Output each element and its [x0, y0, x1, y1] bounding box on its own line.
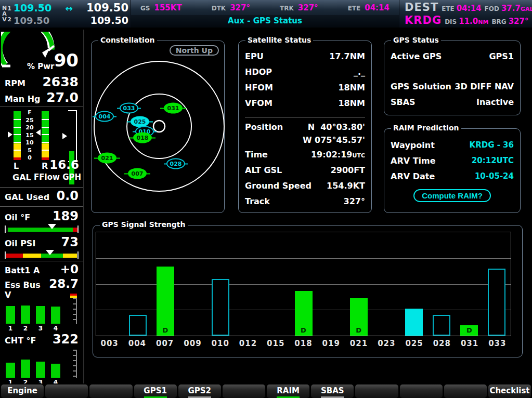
cylinder-bar-area — [21, 348, 30, 378]
signal-bar-010 — [212, 279, 229, 336]
gps-status-title: GPS Status — [391, 36, 441, 44]
status-row-value: 154.9KT — [327, 181, 365, 191]
cylinder-number: 4 — [54, 325, 58, 332]
softkey-gps2[interactable]: GPS2 — [178, 384, 221, 398]
status-row-value: 17.7NM — [329, 51, 365, 61]
gps-status-rows: Active GPSGPS1GPS Solution3D DIFF NAVSBA… — [384, 41, 520, 110]
manifold-pressure-readout: Man Hg 27.0 — [0, 90, 83, 105]
softkey-gps1[interactable]: GPS1 — [134, 384, 177, 398]
raim-prediction-box: RAIM Prediction WaypointKRDG - 36ARV Tim… — [384, 128, 521, 213]
softkey-blank[interactable] — [355, 384, 398, 398]
status-row-value: 18NM — [338, 83, 365, 92]
fuel-flow-label: FFlow GPH — [34, 173, 81, 182]
fuel-flow-pointer — [62, 133, 67, 139]
nav1-standby-frequency[interactable]: 109.50 — [14, 2, 51, 14]
cylinder-bar-area — [51, 348, 60, 378]
satellite-004: 004 — [95, 111, 114, 122]
cylinder-bar-area — [36, 348, 45, 378]
cylinder-4: 4 — [51, 348, 60, 386]
fuel-scale-tick: 10 — [23, 139, 36, 146]
softkey-blank[interactable] — [45, 384, 88, 398]
softkey-raim[interactable]: RAIM — [267, 384, 309, 398]
oil-temp-label: Oil °F — [5, 213, 30, 222]
flight-field-value: 04:14 — [365, 3, 390, 12]
gridline — [96, 258, 511, 259]
oil-psi-value: 73 — [61, 235, 79, 249]
fuel-unit-label: GAL — [12, 173, 31, 182]
oil-temp-value: 189 — [53, 209, 79, 223]
fuel-flow-value: 16.6 — [49, 158, 79, 171]
nav-numbers: 1 2 — [7, 5, 11, 23]
softkey-checklist[interactable]: Checklist — [488, 384, 531, 398]
satellite-021: 021 — [98, 153, 116, 164]
softkey-sbas[interactable]: SBAS — [311, 384, 354, 398]
flight-field-gs: GS155KT — [140, 3, 182, 12]
flight-field-label: ETE — [348, 5, 361, 12]
compute-raim-button[interactable]: Compute RAIM? — [413, 189, 491, 202]
signal-strength-title: GPS Signal Strength — [100, 220, 188, 229]
constellation-box: Constellation North Up 03303100402501001… — [91, 41, 225, 213]
cylinder-bar — [36, 306, 45, 324]
signal-label-010: 010 — [206, 339, 234, 348]
status-row-value: 2900FT — [331, 165, 365, 175]
eis-divider — [0, 261, 83, 261]
fuel-right-label: R — [42, 161, 48, 171]
status-row-label: Active GPS — [391, 51, 442, 61]
oil-temp-pointer — [48, 224, 56, 229]
nav-label: N A V — [2, 5, 7, 22]
status-row-label: GPS Solution — [391, 82, 451, 91]
status-row-epu: EPU17.7NM — [239, 48, 371, 64]
cylinder-number: 2 — [23, 325, 28, 332]
status-row-value: 3D DIFF NAV — [455, 82, 514, 91]
status-row-hdop: HDOP_._ — [239, 64, 371, 79]
cylinder-bar — [36, 362, 45, 378]
position-value: N 40°03.80'W 075°45.57' — [303, 121, 365, 147]
signal-label-033: 033 — [484, 339, 511, 348]
softkey-blank[interactable] — [223, 384, 265, 398]
gal-used-readout: GAL Used 0.0 — [0, 189, 83, 205]
status-row-label: Ground Speed — [245, 181, 312, 191]
fuel-scale-tick: F — [23, 109, 36, 116]
softkey-blank[interactable] — [89, 384, 132, 398]
status-row-time: Time19:02:19UTC — [239, 147, 371, 162]
fuel-scale-tick: 5 — [23, 147, 36, 154]
status-row-gps-solution: GPS Solution3D DIFF NAV — [384, 78, 520, 94]
softkey-engine[interactable]: Engine — [1, 384, 44, 398]
flight-field-value: 155KT — [154, 3, 182, 12]
signal-bar-007: D — [157, 267, 174, 336]
diff-indicator: D — [295, 326, 313, 334]
softkey-blank[interactable] — [444, 384, 487, 398]
signal-label-031: 031 — [456, 339, 483, 348]
bus-value: 28.7 — [49, 277, 79, 290]
rpm-label: RPM — [5, 78, 25, 88]
nav-data-fields: GS155KTDTK327°TRK327°ETE04:14 — [131, 0, 399, 15]
cylinder-2: 2 — [21, 294, 30, 332]
constellation-plot: North Up 033031004025010018021028007 — [92, 41, 224, 213]
satellite-033: 033 — [120, 103, 138, 114]
softkey-blank[interactable] — [400, 384, 443, 398]
pwr-value: 90 — [54, 51, 79, 69]
gal-used-value: 0.0 — [56, 189, 79, 203]
satellite-status-title: Satellite Status — [245, 36, 313, 44]
satellite-025: 025 — [131, 116, 149, 127]
satellite-status-rows-bottom: Time19:02:19UTCALT GSL2900FTGround Speed… — [239, 147, 371, 209]
status-row-value: GPS1 — [489, 51, 514, 61]
diff-indicator: D — [460, 326, 478, 334]
position-label: Position — [245, 121, 283, 147]
dest-ident: KRDG — [405, 14, 442, 26]
nav-letter-v: V — [2, 17, 7, 22]
satellite-018: 018 — [133, 132, 152, 143]
fuel-scale-tick: 0 — [23, 154, 36, 161]
battery-amps-readout: Batt1 A +0 — [0, 262, 83, 277]
constellation-rings-icon — [92, 41, 225, 214]
signal-label-025: 025 — [400, 339, 428, 348]
cylinder-2: 2 — [21, 348, 30, 386]
cylinder-1: 1 — [6, 348, 15, 386]
nav2-standby-frequency[interactable]: 109.50 — [14, 15, 49, 26]
signal-label-009: 009 — [179, 339, 206, 348]
cylinder-bar — [6, 363, 15, 378]
satellite-028: 028 — [166, 158, 185, 169]
signal-bar-025 — [405, 309, 423, 336]
cylinder-bar — [21, 360, 30, 378]
fuel-left-pointer — [8, 131, 12, 138]
